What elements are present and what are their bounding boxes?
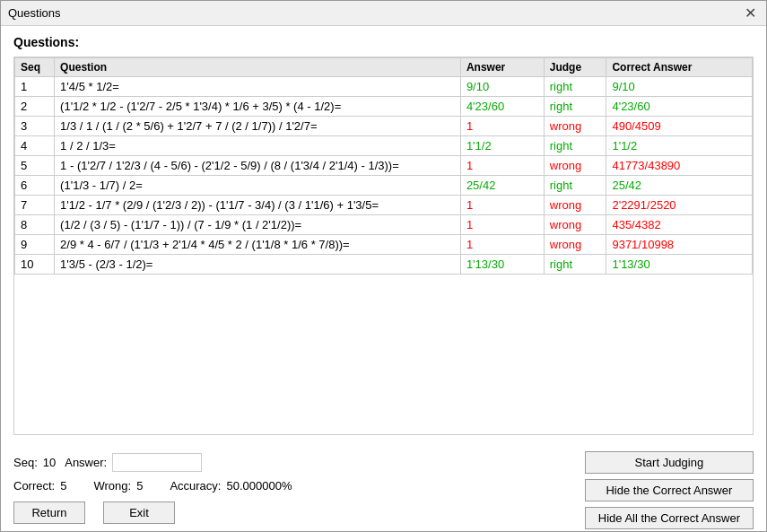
- header-answer: Answer: [460, 58, 544, 77]
- cell-answer: 1: [460, 215, 544, 235]
- wrong-label: Wrong:: [93, 479, 131, 493]
- cell-judge: right: [544, 136, 606, 156]
- hide-all-correct-button[interactable]: Hide All the Correct Answer: [585, 507, 754, 529]
- cell-answer: 4'23/60: [460, 97, 544, 117]
- seq-label: Seq:: [13, 456, 38, 469]
- table-row: 8(1/2 / (3 / 5) - (1'1/7 - 1)) / (7 - 1/…: [15, 215, 753, 235]
- header-judge: Judge: [544, 58, 606, 77]
- cell-correct: 1'13/30: [606, 255, 753, 275]
- accuracy-field: Accuracy: 50.000000%: [170, 479, 292, 493]
- table-row: 92/9 * 4 - 6/7 / (1'1/3 + 2'1/4 * 4/5 * …: [15, 235, 753, 255]
- wrong-field: Wrong: 5: [93, 479, 143, 493]
- answer-input[interactable]: [112, 453, 202, 472]
- cell-correct: 9371/10998: [606, 235, 753, 255]
- cell-seq: 9: [15, 235, 55, 255]
- title-bar: Questions ✕: [1, 1, 766, 26]
- cell-correct: 9/10: [606, 77, 753, 97]
- cell-answer: 25/42: [460, 176, 544, 196]
- cell-answer: 1: [460, 235, 544, 255]
- cell-answer: 1'1/2: [460, 136, 544, 156]
- correct-label: Correct:: [13, 479, 55, 493]
- wrong-value: 5: [136, 479, 143, 493]
- close-button[interactable]: ✕: [741, 4, 759, 22]
- table-row: 41 / 2 / 1/3=1'1/2right1'1/2: [15, 136, 753, 156]
- table-row: 51 - (1'2/7 / 1'2/3 / (4 - 5/6) - (2'1/2…: [15, 156, 753, 176]
- questions-label: Questions:: [13, 35, 754, 49]
- cell-judge: wrong: [544, 117, 606, 136]
- table-row: 101'3/5 - (2/3 - 1/2)=1'13/30right1'13/3…: [15, 255, 753, 275]
- correct-field: Correct: 5: [13, 479, 66, 493]
- table-row: 6(1'1/3 - 1/7) / 2=25/42right25/42: [15, 176, 753, 196]
- cell-answer: 1: [460, 117, 544, 136]
- cell-seq: 5: [15, 156, 55, 176]
- cell-correct: 25/42: [606, 176, 753, 196]
- right-buttons: Start Judging Hide the Correct Answer Hi…: [585, 451, 754, 529]
- accuracy-label: Accuracy:: [170, 479, 221, 493]
- answer-field: Answer:: [65, 453, 202, 472]
- cell-answer: 1'13/30: [460, 255, 544, 275]
- questions-table: Seq Question Answer Judge Correct Answer…: [14, 57, 753, 275]
- cell-seq: 4: [15, 136, 55, 156]
- bottom-panel: Seq: 10 Answer: Submit Correct: 5 Wrong:…: [1, 444, 766, 531]
- cell-seq: 6: [15, 176, 55, 196]
- cell-seq: 10: [15, 255, 55, 275]
- cell-correct: 41773/43890: [606, 156, 753, 176]
- table-row: 11'4/5 * 1/2=9/10right9/10: [15, 77, 753, 97]
- main-window: Questions ✕ Questions: Seq Question: [0, 0, 767, 532]
- cell-seq: 7: [15, 196, 55, 215]
- cell-question: 1'4/5 * 1/2=: [55, 77, 461, 97]
- cell-judge: wrong: [544, 215, 606, 235]
- cell-question: 1'3/5 - (2/3 - 1/2)=: [55, 255, 461, 275]
- cell-seq: 8: [15, 215, 55, 235]
- window-title: Questions: [8, 6, 61, 20]
- table-row: 31/3 / 1 / (1 / (2 * 5/6) + 1'2/7 + 7 / …: [15, 117, 753, 136]
- correct-value: 5: [60, 479, 66, 493]
- cell-judge: right: [544, 255, 606, 275]
- exit-button[interactable]: Exit: [103, 501, 175, 524]
- cell-judge: right: [544, 97, 606, 117]
- cell-question: 1/3 / 1 / (1 / (2 * 5/6) + 1'2/7 + 7 / (…: [55, 117, 461, 136]
- seq-value: 10: [43, 456, 56, 469]
- cell-question: 1 - (1'2/7 / 1'2/3 / (4 - 5/6) - (2'1/2 …: [55, 156, 461, 176]
- cell-answer: 9/10: [460, 77, 544, 97]
- cell-judge: right: [544, 77, 606, 97]
- cell-question: 1 / 2 / 1/3=: [55, 136, 461, 156]
- cell-judge: wrong: [544, 196, 606, 215]
- cell-seq: 2: [15, 97, 55, 117]
- cell-correct: 2'2291/2520: [606, 196, 753, 215]
- cell-question: (1'1/2 * 1/2 - (1'2/7 - 2/5 * 1'3/4) * 1…: [55, 97, 461, 117]
- cell-answer: 1: [460, 196, 544, 215]
- questions-table-container[interactable]: Seq Question Answer Judge Correct Answer…: [13, 57, 754, 435]
- cell-correct: 490/4509: [606, 117, 753, 136]
- header-seq: Seq: [15, 58, 55, 77]
- cell-question: 2/9 * 4 - 6/7 / (1'1/3 + 2'1/4 * 4/5 * 2…: [55, 235, 461, 255]
- hide-correct-button[interactable]: Hide the Correct Answer: [585, 479, 754, 501]
- seq-field: Seq: 10: [13, 456, 56, 469]
- cell-answer: 1: [460, 156, 544, 176]
- cell-question: (1'1/3 - 1/7) / 2=: [55, 176, 461, 196]
- main-content: Questions: Seq Question Answer Judge: [1, 26, 766, 444]
- cell-seq: 1: [15, 77, 55, 97]
- answer-label: Answer:: [65, 456, 107, 469]
- cell-question: 1'1/2 - 1/7 * (2/9 / (1'2/3 / 2)) - (1'1…: [55, 196, 461, 215]
- cell-judge: wrong: [544, 156, 606, 176]
- table-row: 2(1'1/2 * 1/2 - (1'2/7 - 2/5 * 1'3/4) * …: [15, 97, 753, 117]
- cell-correct: 4'23/60: [606, 97, 753, 117]
- header-question: Question: [55, 58, 461, 77]
- table-row: 71'1/2 - 1/7 * (2/9 / (1'2/3 / 2)) - (1'…: [15, 196, 753, 215]
- cell-correct: 1'1/2: [606, 136, 753, 156]
- cell-judge: wrong: [544, 235, 606, 255]
- cell-seq: 3: [15, 117, 55, 136]
- cell-correct: 435/4382: [606, 215, 753, 235]
- header-correct: Correct Answer: [606, 58, 753, 77]
- cell-judge: right: [544, 176, 606, 196]
- start-judging-button[interactable]: Start Judging: [585, 451, 754, 474]
- accuracy-value: 50.000000%: [226, 479, 292, 493]
- table-header-row: Seq Question Answer Judge Correct Answer: [15, 58, 753, 77]
- cell-question: (1/2 / (3 / 5) - (1'1/7 - 1)) / (7 - 1/9…: [55, 215, 461, 235]
- return-button[interactable]: Return: [13, 501, 85, 524]
